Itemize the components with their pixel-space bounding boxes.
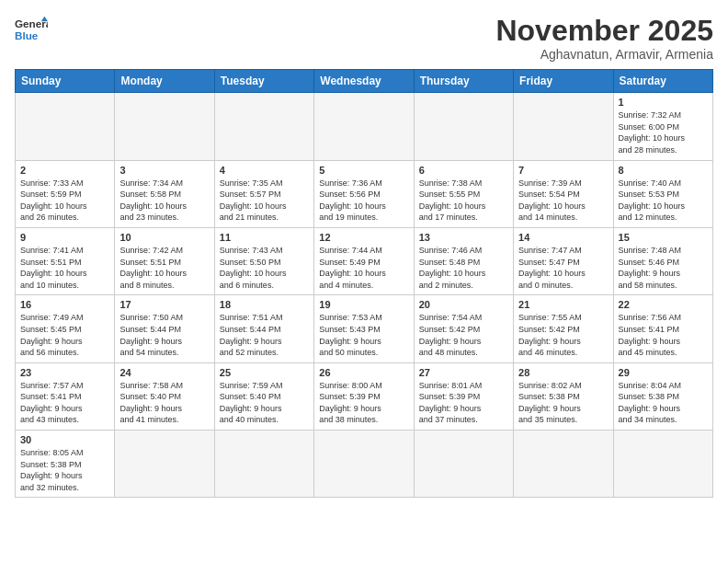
calendar-cell: 5Sunrise: 7:36 AM Sunset: 5:56 PM Daylig… — [314, 160, 414, 227]
calendar-cell: 20Sunrise: 7:54 AM Sunset: 5:42 PM Dayli… — [414, 295, 513, 362]
day-info: Sunrise: 8:01 AM Sunset: 5:39 PM Dayligh… — [419, 380, 508, 426]
day-number: 28 — [518, 367, 608, 378]
day-number: 30 — [20, 434, 109, 445]
calendar-cell: 15Sunrise: 7:48 AM Sunset: 5:46 PM Dayli… — [613, 227, 712, 294]
calendar-cell: 24Sunrise: 7:58 AM Sunset: 5:40 PM Dayli… — [115, 362, 214, 430]
day-number: 23 — [20, 367, 109, 378]
calendar-week-row: 1Sunrise: 7:32 AM Sunset: 6:00 PM Daylig… — [16, 93, 713, 160]
day-info: Sunrise: 7:34 AM Sunset: 5:58 PM Dayligh… — [119, 178, 209, 224]
calendar-cell: 26Sunrise: 8:00 AM Sunset: 5:39 PM Dayli… — [314, 362, 414, 430]
day-info: Sunrise: 8:00 AM Sunset: 5:39 PM Dayligh… — [319, 380, 408, 426]
day-info: Sunrise: 7:59 AM Sunset: 5:40 PM Dayligh… — [220, 380, 309, 426]
day-number: 16 — [20, 299, 109, 310]
day-info: Sunrise: 8:04 AM Sunset: 5:38 PM Dayligh… — [619, 380, 708, 426]
calendar-cell: 4Sunrise: 7:35 AM Sunset: 5:57 PM Daylig… — [214, 160, 313, 227]
calendar-cell: 11Sunrise: 7:43 AM Sunset: 5:50 PM Dayli… — [214, 227, 313, 294]
day-number: 17 — [119, 299, 209, 310]
day-info: Sunrise: 7:56 AM Sunset: 5:41 PM Dayligh… — [619, 312, 708, 358]
calendar-cell — [613, 431, 712, 498]
day-number: 8 — [619, 165, 708, 176]
day-number: 22 — [619, 299, 708, 310]
calendar-cell — [514, 431, 613, 498]
day-number: 27 — [419, 367, 508, 378]
calendar-week-row: 2Sunrise: 7:33 AM Sunset: 5:59 PM Daylig… — [16, 160, 713, 227]
calendar-cell: 8Sunrise: 7:40 AM Sunset: 5:53 PM Daylig… — [613, 160, 712, 227]
calendar-cell — [414, 431, 513, 498]
day-info: Sunrise: 8:02 AM Sunset: 5:38 PM Dayligh… — [518, 380, 608, 426]
calendar-week-row: 23Sunrise: 7:57 AM Sunset: 5:41 PM Dayli… — [16, 362, 713, 430]
calendar-table: SundayMondayTuesdayWednesdayThursdayFrid… — [15, 69, 713, 498]
day-number: 7 — [518, 165, 608, 176]
day-number: 12 — [319, 232, 408, 243]
calendar-cell — [214, 93, 313, 160]
header-day-monday: Monday — [115, 70, 214, 93]
calendar-cell: 25Sunrise: 7:59 AM Sunset: 5:40 PM Dayli… — [214, 362, 313, 430]
day-info: Sunrise: 7:47 AM Sunset: 5:47 PM Dayligh… — [518, 245, 608, 291]
title-block: November 2025 Aghavnatun, Armavir, Armen… — [495, 15, 713, 62]
calendar-cell — [16, 93, 115, 160]
day-info: Sunrise: 8:05 AM Sunset: 5:38 PM Dayligh… — [20, 447, 109, 493]
calendar-cell — [214, 431, 313, 498]
header-day-tuesday: Tuesday — [214, 70, 313, 93]
calendar-cell: 28Sunrise: 8:02 AM Sunset: 5:38 PM Dayli… — [514, 362, 613, 430]
calendar-cell: 12Sunrise: 7:44 AM Sunset: 5:49 PM Dayli… — [314, 227, 414, 294]
calendar-cell: 16Sunrise: 7:49 AM Sunset: 5:45 PM Dayli… — [16, 295, 115, 362]
calendar-cell: 9Sunrise: 7:41 AM Sunset: 5:51 PM Daylig… — [16, 227, 115, 294]
calendar-cell: 2Sunrise: 7:33 AM Sunset: 5:59 PM Daylig… — [16, 160, 115, 227]
day-number: 13 — [419, 232, 508, 243]
day-info: Sunrise: 7:39 AM Sunset: 5:54 PM Dayligh… — [518, 178, 608, 224]
day-info: Sunrise: 7:33 AM Sunset: 5:59 PM Dayligh… — [20, 178, 109, 224]
calendar-header-row: SundayMondayTuesdayWednesdayThursdayFrid… — [16, 70, 713, 93]
calendar-cell: 29Sunrise: 8:04 AM Sunset: 5:38 PM Dayli… — [613, 362, 712, 430]
calendar-cell: 13Sunrise: 7:46 AM Sunset: 5:48 PM Dayli… — [414, 227, 513, 294]
day-info: Sunrise: 7:58 AM Sunset: 5:40 PM Dayligh… — [119, 380, 209, 426]
day-number: 3 — [119, 165, 209, 176]
calendar-cell: 23Sunrise: 7:57 AM Sunset: 5:41 PM Dayli… — [16, 362, 115, 430]
calendar-cell — [514, 93, 613, 160]
header-day-saturday: Saturday — [613, 70, 712, 93]
calendar-cell: 27Sunrise: 8:01 AM Sunset: 5:39 PM Dayli… — [414, 362, 513, 430]
calendar-week-row: 9Sunrise: 7:41 AM Sunset: 5:51 PM Daylig… — [16, 227, 713, 294]
day-number: 2 — [20, 165, 109, 176]
calendar-week-row: 16Sunrise: 7:49 AM Sunset: 5:45 PM Dayli… — [16, 295, 713, 362]
day-number: 21 — [518, 299, 608, 310]
day-info: Sunrise: 7:43 AM Sunset: 5:50 PM Dayligh… — [220, 245, 309, 291]
calendar-cell — [314, 93, 414, 160]
svg-text:Blue: Blue — [15, 29, 39, 41]
calendar-cell: 19Sunrise: 7:53 AM Sunset: 5:43 PM Dayli… — [314, 295, 414, 362]
day-number: 5 — [319, 165, 408, 176]
day-number: 24 — [119, 367, 209, 378]
day-info: Sunrise: 7:36 AM Sunset: 5:56 PM Dayligh… — [319, 178, 408, 224]
day-info: Sunrise: 7:46 AM Sunset: 5:48 PM Dayligh… — [419, 245, 508, 291]
page-header: General Blue November 2025 Aghavnatun, A… — [15, 15, 713, 62]
header-day-wednesday: Wednesday — [314, 70, 414, 93]
header-day-friday: Friday — [514, 70, 613, 93]
calendar-cell: 6Sunrise: 7:38 AM Sunset: 5:55 PM Daylig… — [414, 160, 513, 227]
calendar-cell: 14Sunrise: 7:47 AM Sunset: 5:47 PM Dayli… — [514, 227, 613, 294]
calendar-week-row: 30Sunrise: 8:05 AM Sunset: 5:38 PM Dayli… — [16, 431, 713, 498]
day-number: 26 — [319, 367, 408, 378]
calendar-cell: 21Sunrise: 7:55 AM Sunset: 5:42 PM Dayli… — [514, 295, 613, 362]
calendar-cell: 30Sunrise: 8:05 AM Sunset: 5:38 PM Dayli… — [16, 431, 115, 498]
day-number: 29 — [619, 367, 708, 378]
header-day-sunday: Sunday — [16, 70, 115, 93]
header-day-thursday: Thursday — [414, 70, 513, 93]
day-info: Sunrise: 7:35 AM Sunset: 5:57 PM Dayligh… — [220, 178, 309, 224]
calendar-cell: 22Sunrise: 7:56 AM Sunset: 5:41 PM Dayli… — [613, 295, 712, 362]
calendar-cell: 1Sunrise: 7:32 AM Sunset: 6:00 PM Daylig… — [613, 93, 712, 160]
day-number: 19 — [319, 299, 408, 310]
day-info: Sunrise: 7:40 AM Sunset: 5:53 PM Dayligh… — [619, 178, 708, 224]
day-number: 14 — [518, 232, 608, 243]
day-number: 4 — [220, 165, 309, 176]
day-info: Sunrise: 7:54 AM Sunset: 5:42 PM Dayligh… — [419, 312, 508, 358]
day-number: 6 — [419, 165, 508, 176]
day-info: Sunrise: 7:41 AM Sunset: 5:51 PM Dayligh… — [20, 245, 109, 291]
calendar-cell: 10Sunrise: 7:42 AM Sunset: 5:51 PM Dayli… — [115, 227, 214, 294]
calendar-cell — [414, 93, 513, 160]
day-info: Sunrise: 7:44 AM Sunset: 5:49 PM Dayligh… — [319, 245, 408, 291]
day-info: Sunrise: 7:48 AM Sunset: 5:46 PM Dayligh… — [619, 245, 708, 291]
day-info: Sunrise: 7:38 AM Sunset: 5:55 PM Dayligh… — [419, 178, 508, 224]
month-year-title: November 2025 — [495, 15, 713, 47]
day-number: 20 — [419, 299, 508, 310]
calendar-cell: 3Sunrise: 7:34 AM Sunset: 5:58 PM Daylig… — [115, 160, 214, 227]
